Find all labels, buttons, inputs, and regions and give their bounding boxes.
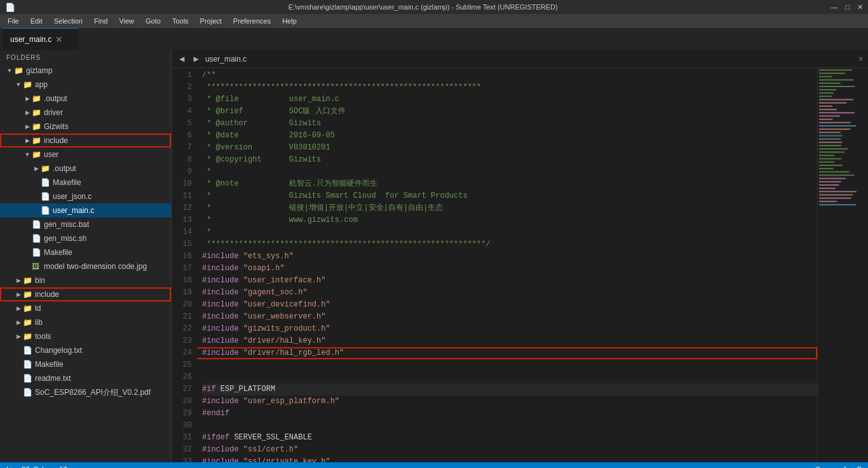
sidebar-item-output2[interactable]: ▶📁.output [0, 162, 171, 176]
menu-item-selection[interactable]: Selection [49, 16, 88, 26]
tree-label: user_main.c [53, 206, 94, 215]
menu-item-goto[interactable]: Goto [140, 16, 166, 26]
folder-icon: 📁 [23, 290, 33, 299]
nav-forward[interactable]: ▶ [191, 53, 201, 64]
sidebar-item-driver[interactable]: ▶📁driver [0, 106, 171, 120]
sidebar-item-user[interactable]: ▼📁user [0, 148, 171, 162]
code-line-21: #include "user_webserver.h" [202, 311, 817, 323]
sidebar-item-tools[interactable]: ▶📁tools [0, 329, 171, 343]
tree-arrow: ▶ [14, 333, 23, 340]
editor-area: ◀ ▶ user_main.c ≡ 1234567891011121314151… [172, 50, 868, 462]
folder-icon: 📁 [32, 150, 42, 159]
sidebar-item-ld[interactable]: ▶📁ld [0, 301, 171, 315]
minimap-toggle[interactable]: ≡ [858, 55, 863, 63]
tree-label: driver [44, 108, 63, 117]
folder-icon: 📁 [23, 80, 33, 89]
code-editor[interactable]: 1234567891011121314151617181920212223242… [172, 68, 868, 462]
code-line-19: #include "gagent_soc.h" [202, 287, 817, 299]
file-c-icon: 📄 [41, 206, 51, 215]
code-line-1: /** [202, 69, 817, 81]
line-number-26: 26 [172, 371, 192, 383]
menu-item-view[interactable]: View [114, 16, 139, 26]
sidebar-item-output1[interactable]: ▶📁.output [0, 92, 171, 106]
sidebar-item-Makefile3[interactable]: 📄Makefile [0, 357, 171, 371]
sidebar-item-gizlamp[interactable]: ▼📁gizlamp [0, 64, 171, 78]
code-line-18: #include "user_interface.h" [202, 275, 817, 287]
menu-item-tools[interactable]: Tools [167, 16, 194, 26]
code-line-32: #include "ssl/cert.h" [202, 444, 817, 456]
sidebar-item-user_json[interactable]: 📄user_json.c [0, 189, 171, 203]
sidebar-item-gen_misc_sh[interactable]: 📄gen_misc.sh [0, 231, 171, 245]
folder-icon: 📁 [32, 108, 42, 117]
tree-label: user_json.c [53, 192, 92, 201]
sidebar-item-model_two[interactable]: 🖼model two-dimension code.jpg [0, 259, 171, 273]
line-number-30: 30 [172, 420, 192, 432]
menu-item-project[interactable]: Project [195, 16, 227, 26]
line-number-23: 23 [172, 335, 192, 347]
sidebar-item-SoC_ESP[interactable]: 📄SoC_ESP8266_API介绍_V0.2.pdf [0, 385, 171, 399]
nav-back[interactable]: ◀ [177, 53, 187, 64]
menu-item-file[interactable]: File [3, 16, 24, 26]
maximize-button[interactable]: □ [845, 3, 850, 11]
menu-item-find[interactable]: Find [89, 16, 112, 26]
folder-icon: 📁 [23, 318, 33, 327]
tab-user_mainc[interactable]: user_main.c✕ [3, 28, 79, 50]
sidebar-item-include2[interactable]: ▶📁include [0, 287, 171, 301]
menu-item-edit[interactable]: Edit [25, 16, 48, 26]
code-line-29: #endif [202, 408, 817, 420]
tree-label: ld [35, 304, 41, 313]
tree-label: gen_misc.sh [44, 234, 86, 243]
folder-icon: 📁 [32, 122, 42, 131]
menu-item-help[interactable]: Help [277, 16, 302, 26]
line-number-19: 19 [172, 287, 192, 299]
code-line-16: #include "ets_sys.h" [202, 251, 817, 263]
close-button[interactable]: ✕ [857, 3, 863, 11]
code-line-11: * Gizwits Smart Cloud for Smart Products [202, 190, 817, 202]
file-icon: 📄 [32, 234, 42, 243]
sidebar-item-include[interactable]: ▶📁include [0, 134, 171, 148]
sidebar-item-readme[interactable]: 📄readme.txt [0, 371, 171, 385]
menu-item-preferences[interactable]: Preferences [228, 16, 276, 26]
sidebar-item-Changelog[interactable]: 📄Changelog.txt [0, 343, 171, 357]
line-number-18: 18 [172, 275, 192, 287]
code-line-4: * @brief SOC版 入口文件 [202, 106, 817, 118]
line-number-3: 3 [172, 93, 192, 106]
status-right: Spaces: 4 C [815, 465, 862, 468]
language-info: C [857, 465, 862, 468]
sidebar-item-Makefile2[interactable]: 📄Makefile [0, 245, 171, 259]
tree-arrow: ▶ [14, 291, 23, 298]
minimize-button[interactable]: — [831, 3, 837, 11]
sidebar-item-gen_misc_bat[interactable]: 📄gen_misc.bat [0, 217, 171, 231]
code-line-25 [202, 359, 817, 371]
sidebar-item-user_main[interactable]: 📄user_main.c [0, 203, 171, 217]
sidebar-item-Makefile1[interactable]: 📄Makefile [0, 176, 171, 189]
code-line-30 [202, 420, 817, 432]
tree-label: SoC_ESP8266_API介绍_V0.2.pdf [35, 387, 151, 398]
sidebar-item-bin[interactable]: ▶📁bin [0, 273, 171, 287]
nav-bar: ◀ ▶ user_main.c ≡ [172, 50, 868, 68]
minimap [817, 68, 868, 462]
tree-label: Makefile [35, 360, 64, 369]
line-number-10: 10 [172, 178, 192, 190]
tree-arrow: ▼ [14, 81, 23, 88]
sidebar-item-app[interactable]: ▼📁app [0, 78, 171, 92]
spaces-info: Spaces: 4 [815, 465, 846, 468]
sidebar-item-Gizwits[interactable]: ▶📁Gizwits [0, 120, 171, 134]
code-line-5: * @author Gizwits [202, 118, 817, 130]
file-icon: 📄 [32, 220, 42, 229]
sidebar-header: FOLDERS [0, 50, 171, 64]
code-line-14: * [202, 226, 817, 238]
folder-icon: 📁 [41, 164, 51, 173]
line-number-14: 14 [172, 226, 192, 238]
line-number-9: 9 [172, 166, 192, 178]
tree-arrow: ▶ [32, 165, 41, 172]
line-number-2: 2 [172, 81, 192, 93]
line-number-5: 5 [172, 118, 192, 130]
main-area: FOLDERS ▼📁gizlamp▼📁app▶📁.output▶📁driver▶… [0, 50, 868, 462]
tab-close-icon[interactable]: ✕ [55, 34, 63, 45]
code-content[interactable]: /** ************************************… [197, 68, 817, 462]
file-pdf-icon: 📄 [23, 388, 33, 397]
code-line-26 [202, 371, 817, 383]
line-number-11: 11 [172, 190, 192, 202]
sidebar-item-lib[interactable]: ▶📁lib [0, 315, 171, 329]
